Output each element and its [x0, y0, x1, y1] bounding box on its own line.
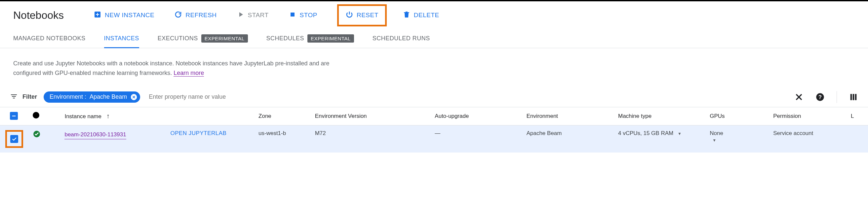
machine-type-header[interactable]: Machine type	[614, 107, 706, 125]
table-header-row: Instance name ↑ Zone Environment Version…	[0, 107, 868, 125]
chip-value: Apache Beam	[90, 94, 127, 100]
status-running-icon	[33, 133, 41, 139]
tab-schedules[interactable]: SCHEDULES EXPERIMENTAL	[267, 29, 354, 48]
experimental-badge: EXPERIMENTAL	[307, 34, 354, 43]
zone-header[interactable]: Zone	[254, 107, 311, 125]
overflow-header: L	[847, 107, 868, 125]
delete-label: DELETE	[414, 11, 439, 19]
start-label: START	[248, 11, 269, 19]
tab-scheduled-runs[interactable]: SCHEDULED RUNS	[373, 29, 430, 48]
permission-cell: Service account	[769, 125, 847, 152]
page-title: Notebooks	[13, 9, 64, 22]
description: Create and use Jupyter Notebooks with a …	[0, 48, 364, 87]
tab-label: SCHEDULED RUNS	[373, 35, 430, 42]
environment-header[interactable]: Environment	[523, 107, 614, 125]
filter-bar: Filter Environment : Apache Beam ?	[0, 87, 868, 107]
refresh-icon	[174, 10, 182, 20]
refresh-label: REFRESH	[185, 11, 217, 19]
chip-remove-icon[interactable]	[130, 94, 137, 101]
zone-cell: us-west1-b	[254, 125, 311, 152]
columns-icon[interactable]	[849, 93, 858, 102]
reset-button[interactable]: RESET	[345, 10, 378, 20]
add-box-icon	[94, 10, 101, 20]
sort-asc-icon: ↑	[106, 112, 110, 119]
new-instance-label: NEW INSTANCE	[105, 11, 154, 19]
instance-name-header[interactable]: Instance name ↑	[61, 107, 166, 125]
tab-label: SCHEDULES	[267, 35, 304, 42]
help-icon[interactable]: ?	[815, 93, 825, 102]
toolbar: Notebooks NEW INSTANCE REFRESH START STO…	[0, 1, 868, 29]
instances-table: Instance name ↑ Zone Environment Version…	[0, 107, 868, 152]
environment-cell: Apache Beam	[523, 125, 614, 152]
svg-rect-7	[855, 94, 857, 100]
select-all-header[interactable]	[0, 107, 29, 125]
chip-key: Environment :	[50, 94, 86, 100]
status-header[interactable]	[29, 107, 61, 125]
start-button[interactable]: START	[237, 10, 269, 20]
env-version-cell: M72	[311, 125, 431, 152]
filter-icon	[10, 93, 18, 101]
permission-header[interactable]: Permission	[769, 107, 847, 125]
gpus-cell[interactable]: None ▼	[706, 125, 769, 152]
table-row[interactable]: beam-20210630-113931 OPEN JUPYTERLAB us-…	[0, 125, 868, 152]
stop-button[interactable]: STOP	[288, 10, 317, 20]
svg-rect-8	[12, 115, 16, 116]
tab-managed-notebooks[interactable]: MANAGED NOTEBOOKS	[13, 29, 86, 48]
filter-actions: ?	[794, 91, 858, 103]
instance-name-link[interactable]: beam-20210630-113931	[64, 130, 126, 139]
svg-rect-1	[290, 12, 294, 16]
tab-executions[interactable]: EXECUTIONS EXPERIMENTAL	[158, 29, 248, 48]
learn-more-link[interactable]: Learn more	[174, 70, 204, 77]
refresh-button[interactable]: REFRESH	[174, 10, 217, 20]
header-label: Instance name	[64, 113, 101, 119]
chevron-down-icon: ▼	[678, 131, 682, 136]
row-checkbox-highlight	[5, 130, 23, 148]
svg-rect-6	[853, 94, 855, 100]
auto-upgrade-header[interactable]: Auto-upgrade	[431, 107, 522, 125]
stop-label: STOP	[300, 11, 317, 19]
trash-icon	[403, 10, 410, 20]
tab-label: INSTANCES	[104, 35, 139, 42]
description-text: Create and use Jupyter Notebooks with a …	[13, 60, 330, 76]
tabs: MANAGED NOTEBOOKS INSTANCES EXECUTIONS E…	[0, 29, 868, 48]
reset-highlight: RESET	[337, 4, 387, 26]
delete-button[interactable]: DELETE	[403, 10, 439, 20]
clear-filters-button[interactable]	[794, 93, 804, 102]
new-instance-button[interactable]: NEW INSTANCE	[94, 10, 154, 20]
machine-type-label: 4 vCPUs, 15 GB RAM	[618, 130, 673, 136]
indeterminate-checkbox-icon[interactable]	[10, 112, 18, 120]
row-checkbox[interactable]	[10, 135, 18, 143]
separator	[837, 91, 837, 103]
gpus-header[interactable]: GPUs	[706, 107, 769, 125]
power-icon	[345, 10, 353, 20]
env-version-header[interactable]: Environment Version	[311, 107, 431, 125]
filter-input[interactable]	[145, 94, 467, 100]
play-icon	[237, 10, 245, 20]
chevron-down-icon: ▼	[712, 138, 716, 143]
tab-label: MANAGED NOTEBOOKS	[13, 35, 86, 42]
svg-rect-5	[850, 94, 852, 100]
auto-upgrade-cell: —	[431, 125, 522, 152]
experimental-badge: EXPERIMENTAL	[201, 34, 248, 43]
open-jupyterlab-button[interactable]: OPEN JUPYTERLAB	[170, 130, 226, 136]
machine-type-cell[interactable]: 4 vCPUs, 15 GB RAM ▼	[614, 125, 706, 152]
svg-text:?: ?	[818, 94, 822, 100]
gpus-label: None	[710, 130, 723, 136]
status-dot-icon	[33, 112, 39, 118]
tab-label: EXECUTIONS	[158, 35, 198, 42]
filter-label: Filter	[23, 94, 37, 100]
stop-icon	[288, 10, 297, 20]
filter-chip[interactable]: Environment : Apache Beam	[43, 92, 140, 103]
tab-instances[interactable]: INSTANCES	[104, 29, 139, 48]
reset-label: RESET	[356, 11, 378, 19]
